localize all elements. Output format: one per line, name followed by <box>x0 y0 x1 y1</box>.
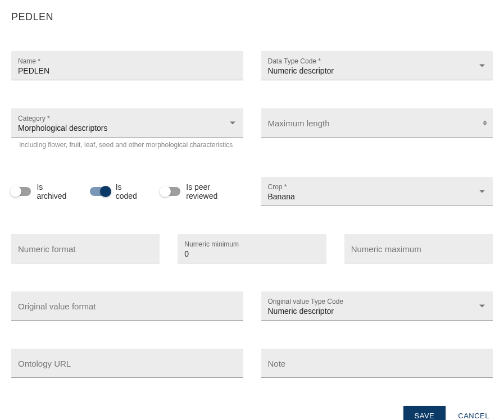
category-helper: Including flower, fruit, leaf, seed and … <box>11 138 243 149</box>
number-stepper-icon[interactable] <box>483 120 487 125</box>
original-value-type-value: Numeric descriptor <box>268 307 487 316</box>
category-label: Category * <box>18 115 237 122</box>
original-value-type-select[interactable]: Original value Type Code Numeric descrip… <box>261 291 493 321</box>
save-button[interactable]: SAVE <box>403 406 446 420</box>
numeric-format-field[interactable]: Numeric format <box>11 234 160 263</box>
original-value-type-label: Original value Type Code <box>268 298 487 305</box>
category-value: Morphological descriptors <box>18 124 237 133</box>
ontology-url-field[interactable]: Ontology URL <box>11 349 243 378</box>
data-type-select[interactable]: Data Type Code * Numeric descriptor <box>261 51 493 80</box>
crop-select[interactable]: Crop * Banana <box>261 177 493 206</box>
max-length-label: Maximum length <box>268 118 487 128</box>
numeric-max-field[interactable]: Numeric maximum <box>344 234 493 263</box>
is-archived-toggle[interactable] <box>11 187 31 196</box>
note-label: Note <box>268 359 487 368</box>
chevron-down-icon <box>479 190 485 193</box>
is-coded-toggle[interactable] <box>90 187 110 196</box>
page-title: PEDLEN <box>11 11 493 23</box>
original-value-format-label: Original value format <box>18 302 237 311</box>
is-archived-label: Is archived <box>37 182 74 200</box>
numeric-min-label: Numeric minimum <box>184 240 319 248</box>
is-peer-reviewed-label: Is peer reviewed <box>186 182 243 200</box>
is-peer-reviewed-toggle[interactable] <box>161 187 180 196</box>
crop-label: Crop * <box>268 183 487 191</box>
numeric-min-field[interactable]: Numeric minimum 0 <box>178 234 326 263</box>
chevron-down-icon <box>479 304 485 307</box>
name-field[interactable]: Name * PEDLEN <box>11 51 243 80</box>
name-label: Name * <box>18 57 237 65</box>
original-value-format-field[interactable]: Original value format <box>11 291 243 321</box>
numeric-format-label: Numeric format <box>18 244 153 254</box>
ontology-url-label: Ontology URL <box>18 359 237 368</box>
chevron-down-icon <box>479 64 485 67</box>
crop-value: Banana <box>268 192 487 201</box>
category-select[interactable]: Category * Morphological descriptors <box>11 108 243 138</box>
name-value: PEDLEN <box>18 66 237 75</box>
data-type-value: Numeric descriptor <box>268 66 487 75</box>
numeric-min-value: 0 <box>184 249 319 258</box>
note-field[interactable]: Note <box>261 349 493 378</box>
numeric-max-label: Numeric maximum <box>351 244 486 254</box>
max-length-field[interactable]: Maximum length <box>261 108 493 138</box>
cancel-button[interactable]: CANCEL <box>455 406 493 420</box>
is-coded-label: Is coded <box>116 182 145 200</box>
chevron-down-icon <box>230 121 235 124</box>
data-type-label: Data Type Code * <box>268 57 487 65</box>
